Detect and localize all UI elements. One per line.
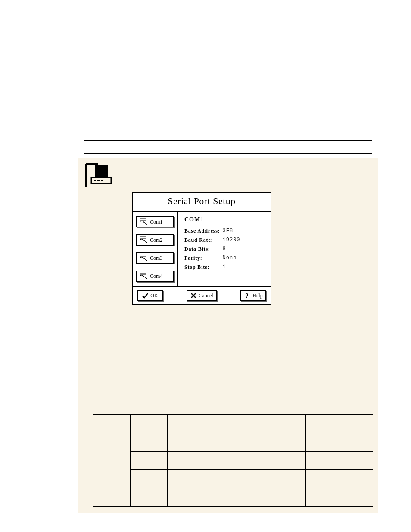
base-address-value: 3F8 — [223, 227, 243, 236]
modem-icon — [85, 163, 113, 188]
divider-bottom-of-header — [84, 153, 372, 154]
port-tab-com4[interactable]: Com4 — [136, 271, 174, 282]
svg-rect-7 — [140, 255, 146, 257]
port-tab-label: Com3 — [150, 255, 162, 261]
baud-rate-label: Baud Rate: — [184, 236, 223, 245]
dialog-footer: OK Cancel ? Help — [133, 286, 271, 304]
svg-rect-0 — [95, 165, 108, 177]
port-tab-label: Com2 — [150, 237, 162, 243]
svg-rect-8 — [140, 273, 146, 275]
port-tab-label: Com1 — [150, 219, 162, 225]
svg-rect-3 — [97, 180, 100, 181]
current-port-heading: COM1 — [184, 216, 265, 223]
data-bits-value: 8 — [223, 245, 243, 254]
stop-bits-label: Stop Bits: — [184, 263, 223, 272]
serial-port-setup-dialog: Serial Port Setup Com1 Com2 — [132, 192, 271, 305]
x-icon — [190, 292, 197, 299]
parity-label: Parity: — [184, 254, 223, 263]
cancel-button[interactable]: Cancel — [187, 290, 216, 301]
data-bits-label: Data Bits: — [184, 245, 223, 254]
empty-settings-table — [93, 414, 373, 507]
svg-rect-4 — [101, 180, 103, 181]
baud-rate-value: 19200 — [223, 236, 243, 245]
port-details: COM1 Base Address: 3F8 Baud Rate: 19200 … — [178, 212, 271, 286]
button-label: OK — [150, 292, 158, 299]
mouse-icon — [139, 255, 148, 261]
mouse-icon — [139, 273, 148, 280]
port-tab-com3[interactable]: Com3 — [136, 252, 174, 264]
base-address-label: Base Address: — [184, 227, 223, 236]
dialog-title: Serial Port Setup — [133, 193, 271, 212]
question-icon: ? — [244, 292, 251, 299]
divider-top — [84, 140, 372, 141]
button-label: Cancel — [199, 292, 213, 299]
dialog-body: Com1 Com2 Com3 — [133, 212, 271, 286]
stop-bits-value: 1 — [223, 263, 243, 272]
button-label: Help — [252, 292, 262, 299]
parity-value: None — [223, 254, 243, 263]
svg-rect-2 — [94, 180, 96, 181]
port-settings-table: Base Address: 3F8 Baud Rate: 19200 Data … — [184, 227, 243, 272]
port-tab-com1[interactable]: Com1 — [136, 216, 174, 227]
svg-text:?: ? — [245, 292, 249, 299]
page: Serial Port Setup Com1 Com2 — [0, 0, 411, 532]
mouse-icon — [139, 236, 148, 243]
port-tab-label: Com4 — [150, 273, 162, 280]
port-tabs: Com1 Com2 Com3 — [133, 212, 178, 286]
svg-rect-5 — [140, 219, 146, 221]
help-button[interactable]: ? Help — [240, 290, 266, 301]
check-icon — [142, 292, 149, 299]
ok-button[interactable]: OK — [137, 290, 163, 301]
mouse-icon — [139, 218, 148, 225]
port-tab-com2[interactable]: Com2 — [136, 234, 174, 246]
svg-rect-6 — [140, 237, 146, 239]
